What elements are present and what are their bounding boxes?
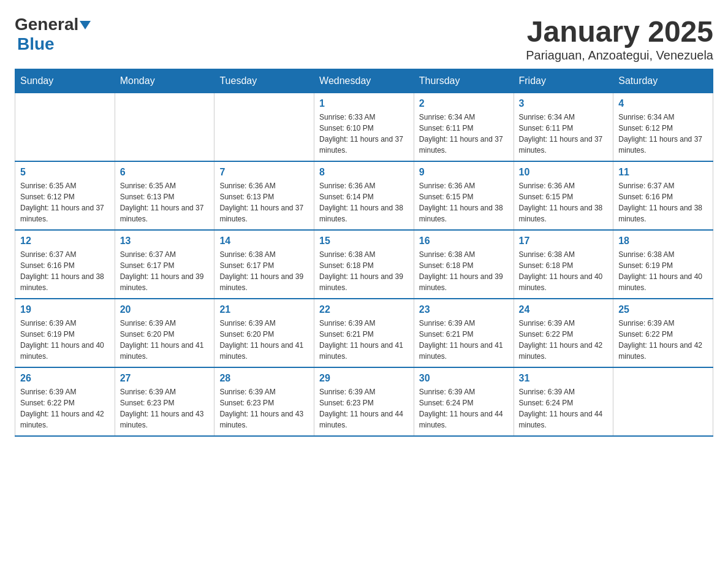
- day-info: Sunrise: 6:38 AM Sunset: 6:18 PM Dayligh…: [519, 249, 609, 293]
- day-number: 1: [319, 98, 409, 109]
- calendar-cell: 5Sunrise: 6:35 AM Sunset: 6:12 PM Daylig…: [15, 161, 115, 230]
- day-number: 26: [20, 373, 110, 384]
- calendar-week-row: 1Sunrise: 6:33 AM Sunset: 6:10 PM Daylig…: [15, 93, 713, 162]
- day-number: 12: [20, 236, 110, 247]
- calendar-cell: 31Sunrise: 6:39 AM Sunset: 6:24 PM Dayli…: [514, 367, 613, 436]
- day-number: 4: [618, 98, 708, 109]
- logo-triangle-icon: [80, 21, 91, 29]
- day-number: 8: [319, 167, 409, 178]
- logo: General Blue: [15, 15, 91, 54]
- calendar-cell: 19Sunrise: 6:39 AM Sunset: 6:19 PM Dayli…: [15, 299, 115, 367]
- calendar-cell: 10Sunrise: 6:36 AM Sunset: 6:15 PM Dayli…: [514, 161, 613, 230]
- calendar-body: 1Sunrise: 6:33 AM Sunset: 6:10 PM Daylig…: [15, 93, 713, 437]
- calendar-cell: 3Sunrise: 6:34 AM Sunset: 6:11 PM Daylig…: [514, 93, 613, 162]
- day-info: Sunrise: 6:39 AM Sunset: 6:20 PM Dayligh…: [219, 318, 309, 362]
- day-number: 29: [319, 373, 409, 384]
- day-of-week-header: Sunday: [15, 69, 115, 93]
- day-info: Sunrise: 6:39 AM Sunset: 6:21 PM Dayligh…: [319, 318, 409, 362]
- calendar-cell: [115, 93, 214, 162]
- calendar-table: SundayMondayTuesdayWednesdayThursdayFrid…: [15, 69, 713, 437]
- day-number: 21: [219, 304, 309, 315]
- calendar-cell: [15, 93, 115, 162]
- day-number: 22: [319, 304, 409, 315]
- day-info: Sunrise: 6:33 AM Sunset: 6:10 PM Dayligh…: [319, 112, 409, 156]
- day-number: 14: [219, 236, 309, 247]
- day-info: Sunrise: 6:37 AM Sunset: 6:16 PM Dayligh…: [618, 180, 708, 224]
- day-number: 16: [419, 236, 509, 247]
- day-of-week-header: Wednesday: [314, 69, 414, 93]
- calendar-cell: 14Sunrise: 6:38 AM Sunset: 6:17 PM Dayli…: [214, 230, 314, 299]
- day-number: 13: [120, 236, 210, 247]
- logo-general-text: General: [15, 15, 78, 34]
- calendar-cell: 22Sunrise: 6:39 AM Sunset: 6:21 PM Dayli…: [314, 299, 414, 367]
- day-number: 24: [519, 304, 609, 315]
- calendar-cell: 13Sunrise: 6:37 AM Sunset: 6:17 PM Dayli…: [115, 230, 214, 299]
- calendar-cell: 9Sunrise: 6:36 AM Sunset: 6:15 PM Daylig…: [414, 161, 514, 230]
- calendar-cell: 24Sunrise: 6:39 AM Sunset: 6:22 PM Dayli…: [514, 299, 613, 367]
- calendar-cell: 17Sunrise: 6:38 AM Sunset: 6:18 PM Dayli…: [514, 230, 613, 299]
- calendar-week-row: 26Sunrise: 6:39 AM Sunset: 6:22 PM Dayli…: [15, 367, 713, 436]
- day-number: 25: [618, 304, 708, 315]
- day-number: 6: [120, 167, 210, 178]
- day-number: 27: [120, 373, 210, 384]
- logo-blue-text: Blue: [17, 34, 55, 54]
- day-number: 10: [519, 167, 609, 178]
- calendar-cell: 29Sunrise: 6:39 AM Sunset: 6:23 PM Dayli…: [314, 367, 414, 436]
- day-info: Sunrise: 6:38 AM Sunset: 6:18 PM Dayligh…: [319, 249, 409, 293]
- calendar-cell: 23Sunrise: 6:39 AM Sunset: 6:21 PM Dayli…: [414, 299, 514, 367]
- calendar-cell: 2Sunrise: 6:34 AM Sunset: 6:11 PM Daylig…: [414, 93, 514, 162]
- day-number: 30: [419, 373, 509, 384]
- calendar-cell: 18Sunrise: 6:38 AM Sunset: 6:19 PM Dayli…: [613, 230, 713, 299]
- day-info: Sunrise: 6:35 AM Sunset: 6:12 PM Dayligh…: [20, 180, 110, 224]
- day-info: Sunrise: 6:36 AM Sunset: 6:15 PM Dayligh…: [419, 180, 509, 224]
- calendar-cell: 20Sunrise: 6:39 AM Sunset: 6:20 PM Dayli…: [115, 299, 214, 367]
- day-info: Sunrise: 6:36 AM Sunset: 6:15 PM Dayligh…: [519, 180, 609, 224]
- day-of-week-header: Friday: [514, 69, 613, 93]
- day-info: Sunrise: 6:39 AM Sunset: 6:23 PM Dayligh…: [319, 386, 409, 431]
- day-info: Sunrise: 6:34 AM Sunset: 6:11 PM Dayligh…: [419, 112, 509, 156]
- day-number: 17: [519, 236, 609, 247]
- day-info: Sunrise: 6:38 AM Sunset: 6:17 PM Dayligh…: [219, 249, 309, 293]
- day-number: 11: [618, 167, 708, 178]
- day-of-week-header: Monday: [115, 69, 214, 93]
- day-info: Sunrise: 6:38 AM Sunset: 6:18 PM Dayligh…: [419, 249, 509, 293]
- day-number: 19: [20, 304, 110, 315]
- day-info: Sunrise: 6:39 AM Sunset: 6:20 PM Dayligh…: [120, 318, 210, 362]
- calendar-week-row: 19Sunrise: 6:39 AM Sunset: 6:19 PM Dayli…: [15, 299, 713, 367]
- calendar-cell: 21Sunrise: 6:39 AM Sunset: 6:20 PM Dayli…: [214, 299, 314, 367]
- day-info: Sunrise: 6:37 AM Sunset: 6:16 PM Dayligh…: [20, 249, 110, 293]
- day-info: Sunrise: 6:39 AM Sunset: 6:19 PM Dayligh…: [20, 318, 110, 362]
- day-info: Sunrise: 6:34 AM Sunset: 6:11 PM Dayligh…: [519, 112, 609, 156]
- day-info: Sunrise: 6:37 AM Sunset: 6:17 PM Dayligh…: [120, 249, 210, 293]
- day-info: Sunrise: 6:36 AM Sunset: 6:14 PM Dayligh…: [319, 180, 409, 224]
- calendar-cell: 15Sunrise: 6:38 AM Sunset: 6:18 PM Dayli…: [314, 230, 414, 299]
- calendar-header: SundayMondayTuesdayWednesdayThursdayFrid…: [15, 69, 713, 93]
- day-number: 3: [519, 98, 609, 109]
- day-info: Sunrise: 6:36 AM Sunset: 6:13 PM Dayligh…: [219, 180, 309, 224]
- calendar-cell: 1Sunrise: 6:33 AM Sunset: 6:10 PM Daylig…: [314, 93, 414, 162]
- calendar-cell: 26Sunrise: 6:39 AM Sunset: 6:22 PM Dayli…: [15, 367, 115, 436]
- day-info: Sunrise: 6:34 AM Sunset: 6:12 PM Dayligh…: [618, 112, 708, 156]
- day-info: Sunrise: 6:39 AM Sunset: 6:24 PM Dayligh…: [419, 386, 509, 431]
- calendar-cell: [214, 93, 314, 162]
- page-header: General Blue January 2025 Pariaguan, Anz…: [15, 15, 713, 63]
- day-info: Sunrise: 6:39 AM Sunset: 6:21 PM Dayligh…: [419, 318, 509, 362]
- days-of-week-row: SundayMondayTuesdayWednesdayThursdayFrid…: [15, 69, 713, 93]
- day-info: Sunrise: 6:39 AM Sunset: 6:23 PM Dayligh…: [219, 386, 309, 431]
- day-info: Sunrise: 6:39 AM Sunset: 6:23 PM Dayligh…: [120, 386, 210, 431]
- calendar-cell: 4Sunrise: 6:34 AM Sunset: 6:12 PM Daylig…: [613, 93, 713, 162]
- calendar-cell: 30Sunrise: 6:39 AM Sunset: 6:24 PM Dayli…: [414, 367, 514, 436]
- day-info: Sunrise: 6:39 AM Sunset: 6:24 PM Dayligh…: [519, 386, 609, 431]
- calendar-cell: [613, 367, 713, 436]
- day-number: 2: [419, 98, 509, 109]
- day-info: Sunrise: 6:35 AM Sunset: 6:13 PM Dayligh…: [120, 180, 210, 224]
- calendar-cell: 27Sunrise: 6:39 AM Sunset: 6:23 PM Dayli…: [115, 367, 214, 436]
- calendar-title: January 2025: [526, 15, 713, 48]
- day-number: 31: [519, 373, 609, 384]
- calendar-week-row: 12Sunrise: 6:37 AM Sunset: 6:16 PM Dayli…: [15, 230, 713, 299]
- day-number: 28: [219, 373, 309, 384]
- calendar-cell: 28Sunrise: 6:39 AM Sunset: 6:23 PM Dayli…: [214, 367, 314, 436]
- day-info: Sunrise: 6:39 AM Sunset: 6:22 PM Dayligh…: [618, 318, 708, 362]
- day-number: 15: [319, 236, 409, 247]
- day-info: Sunrise: 6:39 AM Sunset: 6:22 PM Dayligh…: [519, 318, 609, 362]
